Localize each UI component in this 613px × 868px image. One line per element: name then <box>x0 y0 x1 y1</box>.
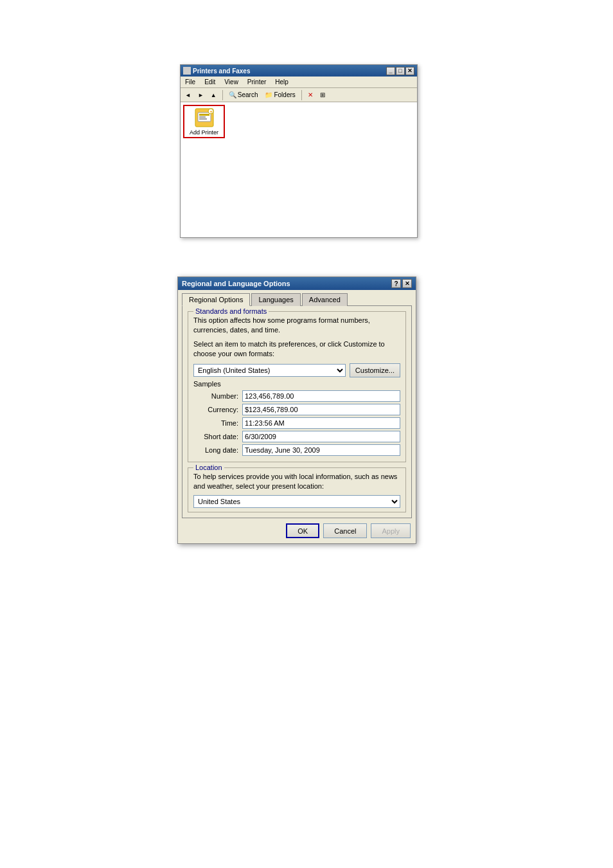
cancel-button[interactable]: Cancel <box>323 523 367 538</box>
sample-row-currency: Currency: $123,456,789.00 <box>193 404 400 415</box>
add-printer-item[interactable]: ✦ Add Printer <box>183 105 225 138</box>
menu-help[interactable]: Help <box>273 78 290 86</box>
tab-languages[interactable]: Languages <box>251 293 300 306</box>
minimize-button[interactable]: _ <box>386 67 395 75</box>
tab-advanced[interactable]: Advanced <box>302 293 348 306</box>
location-section-label: Location <box>193 464 224 471</box>
svg-rect-2 <box>199 114 209 116</box>
tab-regional-options[interactable]: Regional Options <box>182 293 250 306</box>
dialog-title-text: Regional and Language Options <box>182 280 290 287</box>
add-printer-icon: ✦ <box>194 107 215 128</box>
standards-description: This option affects how some programs fo… <box>193 316 400 336</box>
folders-label: Folders <box>274 91 295 98</box>
sample-row-long-date: Long date: Tuesday, June 30, 2009 <box>193 444 400 456</box>
views-icon: ⊞ <box>320 91 325 98</box>
svg-rect-4 <box>199 118 207 120</box>
views-button[interactable]: ⊞ <box>317 90 328 100</box>
number-label: Number: <box>193 392 238 400</box>
maximize-button[interactable]: □ <box>396 67 405 75</box>
dialog-footer: OK Cancel Apply <box>178 518 416 543</box>
short-date-label: Short date: <box>193 433 238 440</box>
search-label: Search <box>238 91 258 98</box>
window-controls: _ □ ✕ <box>386 67 414 75</box>
delete-icon <box>308 91 313 98</box>
dialog-help-button[interactable]: ? <box>391 279 401 288</box>
dialog-titlebar: Regional and Language Options ? ✕ <box>178 277 416 290</box>
toolbar-separator-1 <box>222 90 223 100</box>
delete-button[interactable] <box>305 90 315 100</box>
dialog-body: Standards and formats This option affect… <box>182 305 412 518</box>
svg-text:✦: ✦ <box>209 110 213 114</box>
search-icon: 🔍 <box>229 91 236 98</box>
location-select[interactable]: United States <box>193 495 400 508</box>
time-value: 11:23:56 AM <box>242 417 400 429</box>
folders-icon: 📁 <box>265 91 272 98</box>
svg-rect-3 <box>199 116 206 118</box>
long-date-label: Long date: <box>193 446 238 454</box>
currency-label: Currency: <box>193 406 238 413</box>
location-description: To help services provide you with local … <box>193 472 400 492</box>
title-left: Printers and Faxes <box>183 67 250 75</box>
standards-section: Standards and formats This option affect… <box>188 311 406 462</box>
format-select[interactable]: English (United States) <box>193 364 346 377</box>
printers-title-text: Printers and Faxes <box>193 68 250 75</box>
customize-button[interactable]: Customize... <box>350 363 400 377</box>
back-icon <box>185 91 191 98</box>
menu-edit[interactable]: Edit <box>202 78 217 86</box>
close-button[interactable]: ✕ <box>405 67 414 75</box>
back-button[interactable] <box>182 90 193 100</box>
toolbar-separator-2 <box>301 90 302 100</box>
standards-select-desc: Select an item to match its preferences,… <box>193 339 400 359</box>
menu-file[interactable]: File <box>183 78 197 86</box>
forward-icon <box>198 91 204 98</box>
apply-button[interactable]: Apply <box>371 523 411 538</box>
dialog-controls: ? ✕ <box>391 279 412 288</box>
number-value: 123,456,789.00 <box>242 390 400 402</box>
regional-dialog: Regional and Language Options ? ✕ Region… <box>177 276 416 544</box>
dialog-tabs: Regional Options Languages Advanced <box>178 290 416 305</box>
time-label: Time: <box>193 419 238 427</box>
location-section: Location To help services provide you wi… <box>188 467 406 513</box>
up-icon <box>211 91 217 98</box>
dialog-title-left: Regional and Language Options <box>182 280 290 287</box>
sample-row-short-date: Short date: 6/30/2009 <box>193 431 400 442</box>
format-row: English (United States) Customize... <box>193 363 400 377</box>
search-button[interactable]: 🔍 Search <box>226 90 261 100</box>
samples-label: Samples <box>193 380 400 388</box>
currency-value: $123,456,789.00 <box>242 404 400 415</box>
menu-printer[interactable]: Printer <box>245 78 268 86</box>
standards-section-label: Standards and formats <box>193 307 269 315</box>
printers-window-icon <box>183 67 191 75</box>
printers-faxes-window: Printers and Faxes _ □ ✕ File Edit View … <box>180 64 418 238</box>
add-printer-label: Add Printer <box>190 129 218 136</box>
sample-row-time: Time: 11:23:56 AM <box>193 417 400 429</box>
printers-content: ✦ Add Printer <box>181 102 417 237</box>
forward-button[interactable] <box>195 90 206 100</box>
menu-bar: File Edit View Printer Help <box>181 77 417 88</box>
up-button[interactable] <box>208 90 219 100</box>
long-date-value: Tuesday, June 30, 2009 <box>242 444 400 456</box>
short-date-value: 6/30/2009 <box>242 431 400 442</box>
menu-view[interactable]: View <box>222 78 240 86</box>
printers-titlebar: Printers and Faxes _ □ ✕ <box>181 65 417 77</box>
dialog-close-button[interactable]: ✕ <box>402 279 412 288</box>
ok-button[interactable]: OK <box>286 523 319 538</box>
folders-button[interactable]: 📁 Folders <box>262 90 298 100</box>
toolbar: 🔍 Search 📁 Folders ⊞ <box>181 88 417 102</box>
sample-row-number: Number: 123,456,789.00 <box>193 390 400 402</box>
